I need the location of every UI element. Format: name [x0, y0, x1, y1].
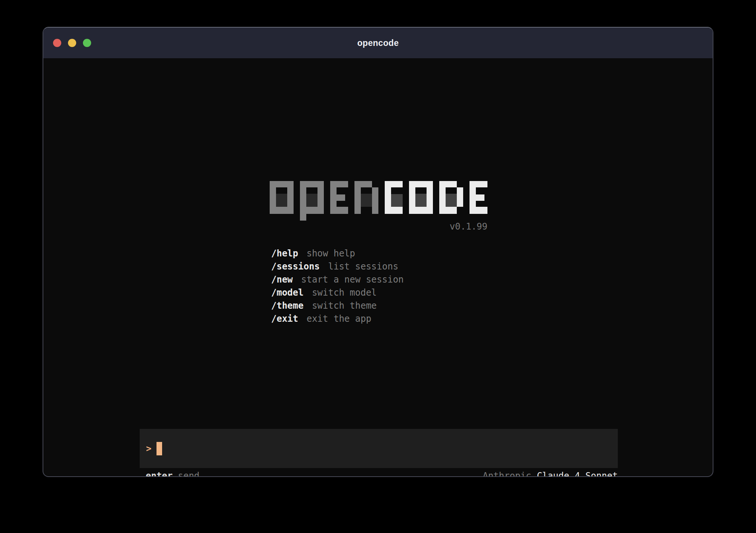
logo-letter-e [470, 181, 487, 221]
command-description: show help [307, 248, 355, 259]
command-item: /model switch model [271, 286, 404, 299]
version-label: v0.1.99 [270, 221, 487, 232]
command-item: /theme switch theme [271, 299, 404, 312]
logo-letter-n [354, 181, 378, 221]
close-button[interactable] [53, 39, 61, 47]
command-item: /new start a new session [271, 273, 404, 286]
zoom-button[interactable] [83, 39, 91, 47]
command-item: /help show help [271, 247, 404, 260]
command-item: /sessions list sessions [271, 260, 404, 273]
command-name: /model [271, 287, 304, 298]
logo-letter-d [439, 181, 463, 221]
prompt-symbol: > [146, 443, 151, 454]
logo-letter-o [270, 181, 294, 221]
command-name: /theme [271, 300, 304, 311]
command-name: /exit [271, 314, 298, 324]
command-description: switch theme [312, 300, 377, 311]
status-bar: entersend AnthropicClaude 4 Sonnet [140, 469, 618, 477]
prompt-input[interactable]: > [140, 429, 618, 468]
enter-key-label: enter [146, 471, 173, 477]
send-action-label: send [178, 471, 199, 477]
logo-letter-e [330, 181, 348, 221]
command-description: list sessions [328, 261, 399, 272]
provider-label: Anthropic [483, 471, 531, 477]
logo-letter-c [385, 181, 403, 221]
terminal-content: v0.1.99 /help show help/sessions list se… [43, 58, 713, 476]
send-hint: entersend [146, 471, 199, 477]
command-item: /exit exit the app [271, 312, 404, 325]
logo-letter-o [409, 181, 433, 221]
model-label: Claude 4 Sonnet [537, 471, 618, 477]
command-list: /help show help/sessions list sessions/n… [271, 247, 404, 325]
command-description: start a new session [301, 274, 404, 285]
command-name: /sessions [271, 261, 320, 272]
opencode-logo [270, 181, 487, 221]
logo-letter-p [300, 181, 324, 221]
command-description: switch model [312, 287, 377, 298]
model-indicator[interactable]: AnthropicClaude 4 Sonnet [483, 471, 618, 477]
command-name: /help [271, 248, 298, 259]
command-description: exit the app [307, 314, 371, 324]
text-cursor [157, 442, 162, 455]
minimize-button[interactable] [68, 39, 76, 47]
window-titlebar[interactable]: opencode [43, 28, 713, 58]
window-title: opencode [357, 38, 399, 48]
desktop-background: opencode v0.1.99 /help show help/session… [0, 0, 756, 533]
window-controls [53, 28, 91, 58]
app-window: opencode v0.1.99 /help show help/session… [43, 27, 713, 477]
command-name: /new [271, 274, 293, 285]
